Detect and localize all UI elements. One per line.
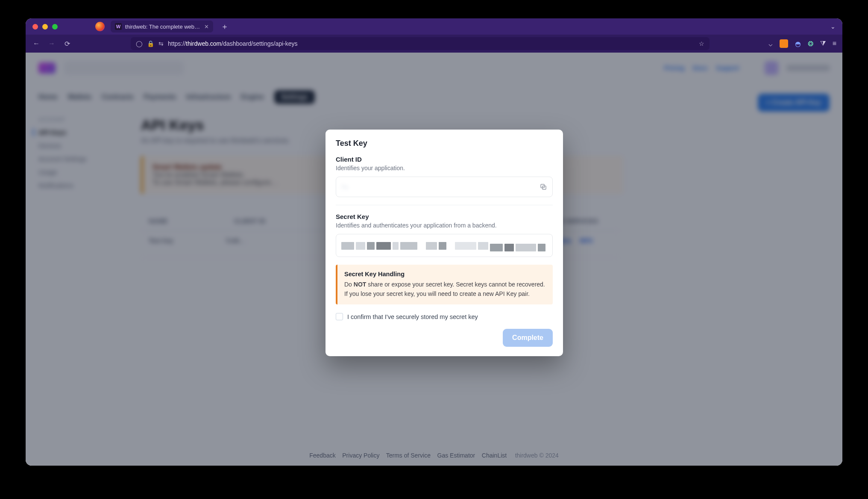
permissions-icon: ⇆ (158, 40, 164, 47)
firefox-icon (95, 22, 105, 31)
browser-tab[interactable]: W thirdweb: The complete web3 d ✕ (111, 21, 213, 32)
secret-key-warning: Secret Key Handling Do NOT share or expo… (336, 265, 553, 304)
confirm-storage-checkbox[interactable]: I confirm that I've securely stored my s… (336, 313, 553, 320)
app-menu-button[interactable]: ≡ (833, 40, 836, 47)
lock-icon: 🔒 (147, 40, 154, 47)
warning-title: Secret Key Handling (344, 271, 546, 278)
pocket-icon[interactable]: ⌵ (768, 40, 773, 48)
browser-window: W thirdweb: The complete web3 d ✕ ＋ ⌄ ← … (26, 18, 842, 466)
minimize-window-button[interactable] (42, 24, 48, 30)
titlebar: W thirdweb: The complete web3 d ✕ ＋ ⌄ (26, 18, 842, 35)
window-controls (32, 24, 58, 30)
new-tab-button[interactable]: ＋ (219, 21, 230, 32)
forward-button[interactable]: → (47, 40, 56, 47)
warning-body: Do NOT share or expose your secret key. … (344, 280, 546, 298)
api-key-modal: Test Key Client ID Identifies your appli… (326, 130, 563, 356)
tab-favicon: W (115, 23, 122, 30)
extension-icon[interactable]: ◓ (795, 40, 801, 48)
extensions-button[interactable]: ⧩ (820, 40, 826, 47)
secret-key-redacted (341, 242, 547, 251)
client-id-label: Client ID (336, 156, 553, 163)
secret-key-desc: Identifies and authenticates your applic… (336, 222, 553, 229)
client-id-field[interactable]: 7c (336, 177, 553, 197)
bookmark-star-icon[interactable]: ☆ (699, 40, 704, 47)
extension-icon-2[interactable]: ❂ (808, 40, 813, 48)
url-text: https://thirdweb.com/dashboard/settings/… (168, 40, 695, 47)
confirm-label: I confirm that I've securely stored my s… (347, 313, 478, 320)
toolbar: ← → ⟳ ◯ 🔒 ⇆ https://thirdweb.com/dashboa… (26, 35, 842, 53)
maximize-window-button[interactable] (52, 24, 58, 30)
tab-close-icon[interactable]: ✕ (204, 24, 209, 30)
back-button[interactable]: ← (32, 40, 41, 47)
close-window-button[interactable] (32, 24, 38, 30)
checkbox-icon[interactable] (336, 313, 343, 320)
secret-key-label: Secret Key (336, 213, 553, 220)
copy-icon[interactable] (540, 183, 547, 191)
metamask-extension-icon[interactable] (780, 39, 788, 48)
client-id-desc: Identifies your application. (336, 165, 553, 171)
shield-icon: ◯ (136, 40, 143, 47)
address-bar[interactable]: ◯ 🔒 ⇆ https://thirdweb.com/dashboard/set… (131, 37, 710, 50)
tab-title: thirdweb: The complete web3 d (125, 24, 201, 30)
secret-key-field[interactable] (336, 234, 553, 257)
reload-button[interactable]: ⟳ (62, 40, 72, 48)
modal-title: Test Key (336, 139, 553, 148)
complete-button[interactable]: Complete (503, 329, 553, 347)
tabs-overflow-button[interactable]: ⌄ (830, 23, 836, 30)
